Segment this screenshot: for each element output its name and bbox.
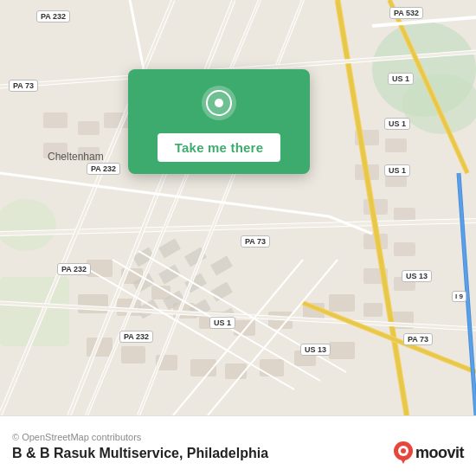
svg-rect-38	[394, 242, 415, 256]
moovit-pin-icon	[394, 441, 413, 464]
moovit-logo: moovit	[394, 441, 464, 464]
road-badge-us1-top: US 1	[388, 73, 414, 85]
svg-text:Cheltenham: Cheltenham	[48, 151, 104, 163]
map-container: Cheltenham PA 232 PA 532 PA 73 PA 232 US…	[0, 0, 476, 415]
road-badge-pa232-lower: PA 232	[57, 263, 91, 275]
road-badge-pa532: PA 532	[389, 7, 423, 19]
road-badge-pa73-mid: PA 73	[241, 235, 270, 248]
map-attribution: © OpenStreetMap contributors	[12, 432, 464, 442]
map-background: Cheltenham	[0, 0, 476, 415]
road-badge-pa232-bottom: PA 232	[119, 331, 153, 343]
svg-rect-15	[329, 294, 355, 312]
svg-point-88	[215, 99, 223, 107]
svg-rect-23	[260, 359, 284, 376]
road-badge-i9: I 9	[452, 291, 466, 302]
location-card: Take me there	[128, 69, 310, 174]
road-badge-pa73-left: PA 73	[9, 80, 38, 92]
location-pin-icon	[201, 85, 237, 121]
road-badge-us1-lower: US 1	[209, 317, 235, 329]
svg-marker-92	[400, 457, 407, 464]
svg-rect-25	[329, 342, 355, 359]
svg-rect-27	[78, 121, 100, 135]
svg-rect-12	[234, 320, 255, 336]
bottom-bar: © OpenStreetMap contributors B & B Rasuk…	[0, 415, 476, 476]
svg-rect-16	[363, 303, 383, 317]
road-badge-us13-right: US 13	[402, 270, 432, 282]
road-badge-us1-mid2: US 1	[384, 164, 410, 177]
svg-rect-26	[43, 113, 68, 128]
road-badge-pa73-right: PA 73	[403, 333, 433, 345]
svg-rect-32	[385, 138, 407, 152]
road-badge-pa232-left: PA 232	[87, 163, 120, 175]
svg-rect-19	[121, 346, 145, 363]
road-badge-us13-lower: US 13	[300, 344, 331, 356]
svg-rect-36	[394, 208, 415, 222]
moovit-brand-text: moovit	[415, 444, 464, 462]
road-badge-pa232-top: PA 232	[36, 10, 70, 23]
take-me-there-button[interactable]: Take me there	[158, 133, 280, 162]
road-badge-us1-mid: US 1	[384, 118, 410, 130]
svg-point-91	[401, 448, 406, 453]
